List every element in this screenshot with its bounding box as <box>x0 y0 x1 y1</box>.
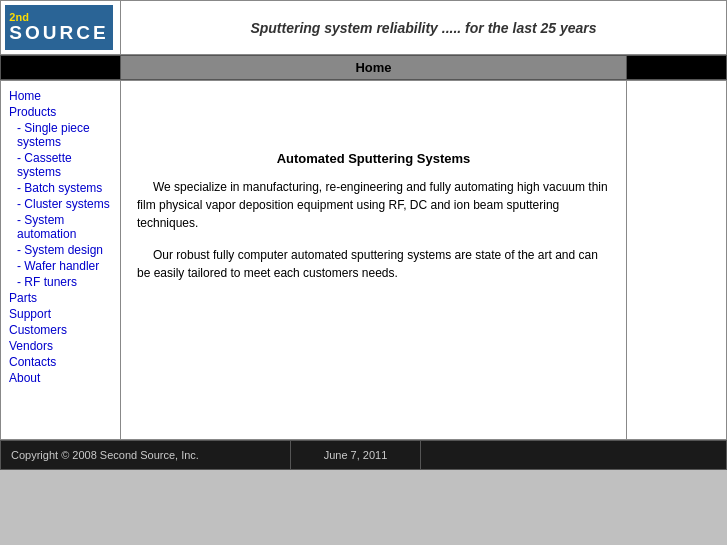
nav-home-label: Home <box>121 56 627 80</box>
nav-right-spacer <box>627 56 727 80</box>
sidebar-item-clustersystems[interactable]: - Cluster systems <box>9 197 112 211</box>
right-spacer <box>627 81 727 440</box>
sidebar-item-systemdesign[interactable]: - System design <box>9 243 112 257</box>
sidebar-item-contacts[interactable]: Contacts <box>9 355 112 369</box>
content-title: Automated Sputtering Systems <box>137 151 610 166</box>
sidebar-item-singlepiecesystems[interactable]: - Single piece systems <box>9 121 112 149</box>
logo-cell: 2nd SOURCE <box>1 1 121 55</box>
sidebar-item-home[interactable]: Home <box>9 89 112 103</box>
sidebar-item-customers[interactable]: Customers <box>9 323 112 337</box>
sidebar-item-batchsystems[interactable]: - Batch systems <box>9 181 112 195</box>
main-content: Automated Sputtering Systems We speciali… <box>121 81 627 440</box>
footer-date: June 7, 2011 <box>291 441 421 470</box>
nav-left-spacer <box>1 56 121 80</box>
sidebar-item-systemautomation[interactable]: - System automation <box>9 213 112 241</box>
sidebar-item-rftuners[interactable]: - RF tuners <box>9 275 112 289</box>
logo: 2nd SOURCE <box>5 5 113 50</box>
sidebar-item-support[interactable]: Support <box>9 307 112 321</box>
logo-source: SOURCE <box>9 23 108 44</box>
footer-copyright: Copyright © 2008 Second Source, Inc. <box>1 441 291 470</box>
sidebar-item-products[interactable]: Products <box>9 105 112 119</box>
footer-right-spacer <box>421 441 727 470</box>
sidebar-item-waferhandler[interactable]: - Wafer handler <box>9 259 112 273</box>
header-tagline: Sputtering system reliability ..... for … <box>121 1 727 55</box>
sidebar: HomeProducts- Single piece systems- Cass… <box>1 81 121 440</box>
content-para2: Our robust fully computer automated sput… <box>137 246 610 282</box>
sidebar-item-vendors[interactable]: Vendors <box>9 339 112 353</box>
content-para1: We specialize in manufacturing, re-engin… <box>137 178 610 232</box>
sidebar-item-parts[interactable]: Parts <box>9 291 112 305</box>
sidebar-item-cassettesystems[interactable]: - Cassette systems <box>9 151 112 179</box>
sidebar-item-about[interactable]: About <box>9 371 112 385</box>
